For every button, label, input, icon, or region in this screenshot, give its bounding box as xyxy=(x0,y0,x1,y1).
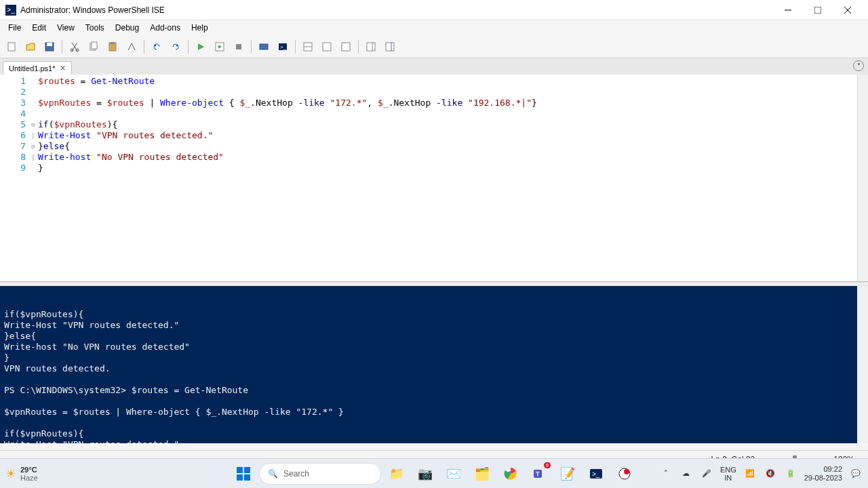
layout-2-icon[interactable] xyxy=(318,38,336,56)
sun-icon: ☀ xyxy=(5,466,16,481)
menu-file[interactable]: File xyxy=(3,22,26,34)
taskbar-search[interactable]: 🔍 Search xyxy=(259,463,381,485)
tab-close-icon[interactable]: ✕ xyxy=(60,64,66,73)
svg-rect-6 xyxy=(47,43,52,46)
line-gutter: 123456789 xyxy=(0,75,30,281)
clock[interactable]: 09:22 29-08-2023 xyxy=(804,465,842,483)
code-area[interactable]: $routes = Get-NetRoute$vpnRoutes = $rout… xyxy=(37,75,868,281)
svg-text:>_: >_ xyxy=(280,44,287,50)
svg-rect-1 xyxy=(814,7,821,14)
stop-icon[interactable] xyxy=(230,38,248,56)
powershell-icon[interactable]: >_ xyxy=(274,38,292,56)
taskbar: ☀ 29°C Haze 🔍 Search 📁 📷 ✉️ 🗂️ T 📝 >_ ˄ … xyxy=(0,458,868,488)
tab-bar: Untitled1.ps1* ✕ ˅ xyxy=(0,58,868,75)
maximize-button[interactable] xyxy=(803,0,833,20)
cut-icon[interactable] xyxy=(66,38,83,56)
menu-help[interactable]: Help xyxy=(186,22,214,34)
menu-debug[interactable]: Debug xyxy=(110,22,144,34)
menubar: File Edit View Tools Debug Add-ons Help xyxy=(0,20,868,35)
copy-icon[interactable] xyxy=(85,38,102,56)
menu-addons[interactable]: Add-ons xyxy=(144,22,186,34)
volume-icon[interactable]: 🔇 xyxy=(764,469,777,478)
window-title: Administrator: Windows PowerShell ISE xyxy=(20,5,773,15)
svg-rect-14 xyxy=(236,44,241,49)
svg-rect-4 xyxy=(8,43,15,51)
script-tab[interactable]: Untitled1.ps1* ✕ xyxy=(3,61,72,75)
svg-point-8 xyxy=(76,49,79,52)
layout-3-icon[interactable] xyxy=(337,38,355,56)
svg-rect-27 xyxy=(244,467,250,473)
powershell-taskbar-icon[interactable]: >_ xyxy=(583,461,609,487)
svg-rect-22 xyxy=(367,43,375,51)
svg-point-37 xyxy=(624,469,629,474)
paste-icon[interactable] xyxy=(104,38,121,56)
svg-rect-10 xyxy=(92,42,97,49)
recording-icon[interactable] xyxy=(612,461,637,487)
editor-scrollbar[interactable] xyxy=(857,75,868,281)
svg-rect-28 xyxy=(237,474,243,481)
menu-tools[interactable]: Tools xyxy=(80,22,110,34)
notepad-icon[interactable]: 📝 xyxy=(555,461,580,487)
start-button[interactable] xyxy=(231,461,256,487)
chrome-icon[interactable] xyxy=(498,461,524,487)
minimize-button[interactable] xyxy=(773,0,803,20)
command-addon-icon[interactable] xyxy=(381,38,399,56)
weather-desc: Haze xyxy=(20,474,38,482)
layout-1-icon[interactable] xyxy=(299,38,317,56)
battery-icon[interactable]: 🔋 xyxy=(784,469,797,478)
svg-text:>_: >_ xyxy=(592,470,600,478)
svg-rect-20 xyxy=(323,43,331,51)
toolbar: >_ xyxy=(0,35,868,58)
tab-label: Untitled1.ps1* xyxy=(9,64,56,73)
onedrive-icon[interactable]: ☁ xyxy=(679,469,693,478)
menu-view[interactable]: View xyxy=(52,22,80,34)
svg-rect-15 xyxy=(260,44,268,49)
search-icon: 🔍 xyxy=(268,469,278,479)
fold-column[interactable]: ⊟|⊟| xyxy=(30,75,37,281)
run-selection-icon[interactable] xyxy=(211,38,229,56)
svg-rect-21 xyxy=(342,43,350,51)
svg-rect-29 xyxy=(244,474,250,481)
tray-chevron-icon[interactable]: ˄ xyxy=(659,469,673,478)
app-icon: >_ xyxy=(5,5,16,16)
redo-icon[interactable] xyxy=(167,38,184,56)
microphone-icon[interactable]: 🎤 xyxy=(700,469,713,478)
svg-rect-12 xyxy=(111,42,115,44)
wifi-icon[interactable]: 📶 xyxy=(743,469,757,478)
svg-rect-24 xyxy=(386,43,394,51)
script-editor[interactable]: 123456789 ⊟|⊟| $routes = Get-NetRoute$vp… xyxy=(0,75,868,282)
folder-icon[interactable]: 🗂️ xyxy=(469,461,495,487)
script-pane-toggle-icon[interactable]: ˅ xyxy=(853,60,864,71)
mail-icon[interactable]: ✉️ xyxy=(441,461,467,487)
teams-icon[interactable]: T xyxy=(526,461,552,487)
weather-widget[interactable]: ☀ 29°C Haze xyxy=(5,466,38,482)
open-file-icon[interactable] xyxy=(22,38,39,56)
console-pane[interactable]: if($vpnRoutes){Write-Host "VPN routes de… xyxy=(0,286,868,443)
svg-rect-26 xyxy=(237,467,243,473)
menu-edit[interactable]: Edit xyxy=(26,22,52,34)
search-placeholder: Search xyxy=(283,469,309,479)
notifications-icon[interactable]: 💬 xyxy=(849,469,863,478)
time: 09:22 xyxy=(804,465,842,474)
console-scrollbar[interactable] xyxy=(857,286,868,443)
language-indicator[interactable]: ENG IN xyxy=(720,466,736,482)
camera-app-icon[interactable]: 📷 xyxy=(412,461,438,487)
save-icon[interactable] xyxy=(41,38,58,56)
remote-icon[interactable] xyxy=(255,38,273,56)
svg-point-7 xyxy=(71,49,73,52)
run-script-icon[interactable] xyxy=(192,38,210,56)
date: 29-08-2023 xyxy=(804,474,842,483)
clear-icon[interactable] xyxy=(123,38,140,56)
undo-icon[interactable] xyxy=(148,38,165,56)
titlebar: >_ Administrator: Windows PowerShell ISE xyxy=(0,0,868,20)
weather-temp: 29°C xyxy=(20,466,38,474)
file-explorer-icon[interactable]: 📁 xyxy=(384,461,410,487)
close-button[interactable] xyxy=(833,0,863,20)
command-pane-icon[interactable] xyxy=(362,38,380,56)
svg-text:T: T xyxy=(536,470,540,477)
new-file-icon[interactable] xyxy=(3,38,20,56)
